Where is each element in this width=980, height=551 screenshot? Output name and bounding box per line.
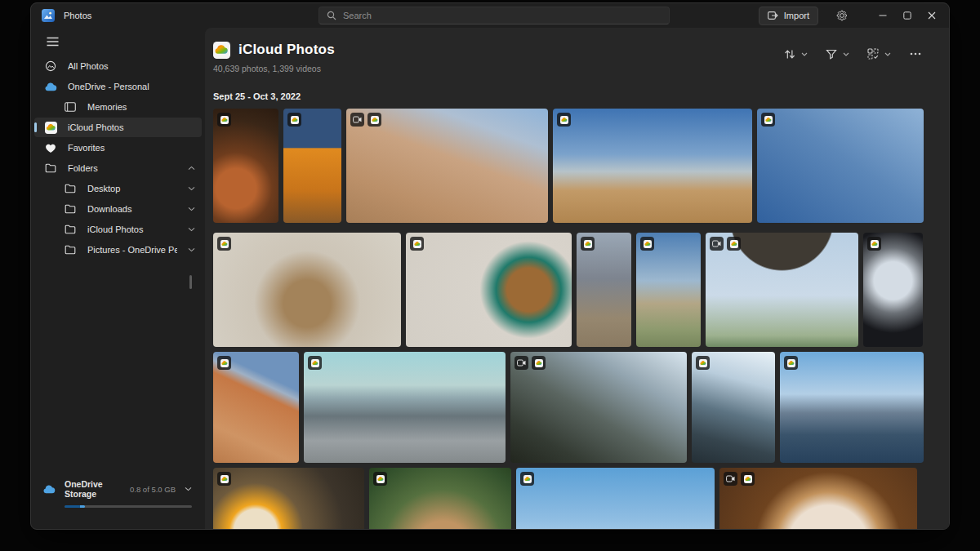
icloud-badge-icon bbox=[410, 237, 424, 251]
chevron-down-icon bbox=[188, 207, 195, 211]
sidebar-item-icloud-photos-folder[interactable]: iCloud Photos bbox=[34, 220, 202, 239]
sort-button[interactable] bbox=[780, 46, 812, 63]
photo-thumbnail[interactable] bbox=[213, 233, 401, 347]
settings-button[interactable] bbox=[831, 5, 853, 26]
sidebar-item-folders[interactable]: Folders bbox=[34, 158, 202, 178]
folder-icon bbox=[64, 245, 77, 255]
photo-badges bbox=[217, 237, 231, 251]
sidebar-item-memories[interactable]: Memories bbox=[34, 97, 202, 117]
app-title: Photos bbox=[64, 11, 91, 20]
photo-badges bbox=[581, 237, 595, 251]
menu-button[interactable] bbox=[41, 32, 64, 51]
import-label: Import bbox=[784, 11, 809, 20]
maximize-button[interactable] bbox=[895, 3, 920, 28]
photo-badges bbox=[217, 113, 231, 127]
photo-thumbnail[interactable] bbox=[780, 352, 924, 463]
photo-badges bbox=[640, 237, 654, 251]
photo-thumbnail[interactable] bbox=[283, 109, 341, 223]
photo-thumbnail[interactable] bbox=[706, 233, 858, 347]
photo-thumbnail[interactable] bbox=[553, 109, 752, 223]
sidebar-item-favorites[interactable]: Favorites bbox=[34, 138, 202, 158]
photo-badges bbox=[724, 472, 755, 486]
sidebar-item-pictures-onedrive[interactable]: Pictures - OneDrive Personal bbox=[34, 240, 202, 260]
sidebar-item-desktop[interactable]: Desktop bbox=[34, 179, 202, 198]
gear-icon bbox=[836, 10, 848, 21]
photo-thumbnail[interactable] bbox=[213, 109, 278, 223]
select-button[interactable] bbox=[863, 45, 895, 63]
photo-badges bbox=[217, 472, 231, 486]
photo-thumbnail[interactable] bbox=[213, 468, 364, 529]
photo-thumbnail[interactable] bbox=[719, 468, 917, 529]
chevron-down-icon[interactable] bbox=[185, 487, 192, 491]
sidebar-item-downloads[interactable]: Downloads bbox=[34, 199, 202, 219]
all-photos-icon bbox=[44, 60, 57, 72]
photo-badges bbox=[710, 237, 741, 251]
filter-icon bbox=[826, 49, 837, 60]
photo-thumbnail[interactable] bbox=[863, 233, 923, 347]
icloud-badge-icon bbox=[520, 472, 534, 486]
minimize-icon bbox=[879, 11, 887, 20]
icloud-badge-icon bbox=[640, 237, 654, 251]
sidebar: All Photos OneDrive - Personal Memories … bbox=[31, 28, 205, 529]
icloud-badge-icon bbox=[696, 356, 710, 370]
sidebar-item-all-photos[interactable]: All Photos bbox=[34, 56, 202, 76]
icloud-badge-icon bbox=[368, 113, 381, 127]
photo-thumbnail[interactable] bbox=[346, 109, 548, 223]
photo-thumbnail[interactable] bbox=[406, 233, 572, 347]
grid-toolbar bbox=[780, 45, 926, 63]
title-bar: Photos Import bbox=[31, 3, 949, 28]
sidebar-item-label: iCloud Photos bbox=[68, 122, 195, 132]
photo-thumbnail[interactable] bbox=[304, 352, 506, 463]
video-badge-icon bbox=[350, 113, 364, 127]
sidebar-item-label: Pictures - OneDrive Personal bbox=[87, 245, 177, 255]
filter-button[interactable] bbox=[822, 46, 853, 63]
sidebar-item-onedrive-personal[interactable]: OneDrive - Personal bbox=[34, 77, 202, 96]
photo-thumbnail[interactable] bbox=[516, 468, 715, 529]
chevron-down-icon bbox=[188, 186, 195, 191]
photo-thumbnail[interactable] bbox=[510, 352, 687, 463]
photo-badges bbox=[557, 113, 571, 127]
photo-thumbnail[interactable] bbox=[213, 352, 299, 463]
sidebar-scrollbar-thumb[interactable] bbox=[189, 275, 192, 289]
folder-icon bbox=[64, 224, 77, 234]
icloud-badge-icon bbox=[217, 113, 231, 127]
storage-label: OneDrive Storage bbox=[65, 479, 121, 499]
close-button[interactable] bbox=[920, 3, 944, 28]
select-icon bbox=[867, 48, 879, 60]
icloud-badge-icon bbox=[741, 472, 755, 486]
sidebar-item-label: Favorites bbox=[68, 143, 195, 153]
photo-thumbnail[interactable] bbox=[577, 233, 631, 347]
search-box[interactable] bbox=[318, 7, 670, 24]
folder-icon bbox=[44, 163, 57, 173]
onedrive-cloud-icon bbox=[44, 82, 57, 91]
sort-icon bbox=[784, 49, 795, 60]
icloud-badge-icon bbox=[287, 113, 301, 127]
photos-app-window: Photos Import bbox=[30, 2, 950, 530]
icloud-badge-icon bbox=[784, 356, 798, 370]
icloud-photos-icon bbox=[44, 122, 57, 134]
photo-thumbnail[interactable] bbox=[636, 233, 701, 347]
photo-thumbnail[interactable] bbox=[369, 468, 511, 529]
heart-icon bbox=[44, 143, 57, 153]
photo-grid bbox=[213, 109, 949, 529]
sidebar-item-label: Folders bbox=[68, 163, 177, 173]
icloud-badge-icon bbox=[867, 237, 881, 251]
icloud-badge-icon bbox=[532, 356, 546, 370]
maximize-icon bbox=[903, 11, 911, 20]
sidebar-item-icloud-photos[interactable]: iCloud Photos bbox=[34, 118, 202, 137]
photo-badges bbox=[520, 472, 534, 486]
video-badge-icon bbox=[724, 472, 737, 486]
video-badge-icon bbox=[514, 356, 528, 370]
import-icon bbox=[768, 11, 778, 20]
photo-thumbnail[interactable] bbox=[757, 109, 924, 223]
photo-thumbnail[interactable] bbox=[692, 352, 775, 463]
memories-icon bbox=[64, 102, 77, 112]
icloud-badge-icon bbox=[557, 113, 571, 127]
photo-badges bbox=[696, 356, 710, 370]
more-options-button[interactable] bbox=[905, 49, 926, 59]
icloud-badge-icon bbox=[217, 472, 231, 486]
minimize-button[interactable] bbox=[871, 3, 895, 28]
chevron-up-icon bbox=[188, 166, 195, 171]
search-input[interactable] bbox=[343, 11, 662, 20]
import-button[interactable]: Import bbox=[759, 7, 818, 25]
